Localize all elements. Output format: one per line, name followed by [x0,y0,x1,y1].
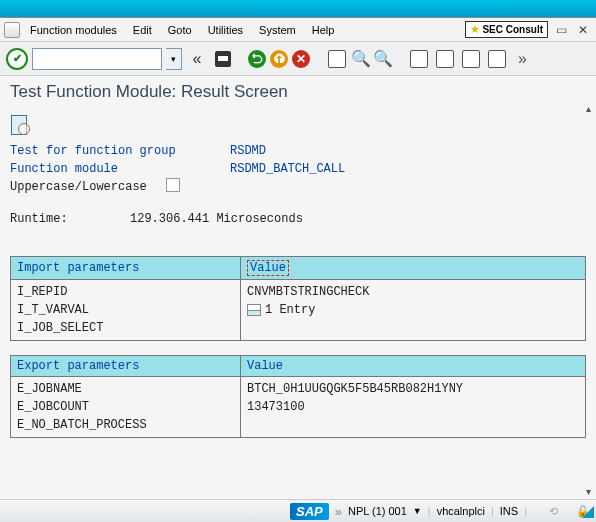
status-insert-mode: INS [500,505,518,517]
import-header-param: Import parameters [11,257,241,280]
status-refresh-icon[interactable]: ⟲ [549,505,558,518]
star-icon: ★ [470,23,480,36]
status-host: vhcalnplci [437,505,485,517]
last-page-icon[interactable] [486,48,508,70]
find-icon[interactable]: 🔍 [352,50,370,68]
back-button[interactable]: ⮌ [248,50,266,68]
menu-edit[interactable]: Edit [127,22,158,38]
menu-utilities[interactable]: Utilities [202,22,249,38]
label-test-for: Test for function group [10,142,230,160]
menu-system[interactable]: System [253,22,302,38]
close-icon[interactable]: ✕ [574,23,592,37]
menu-bar: Function modules Edit Goto Utilities Sys… [0,18,596,42]
vertical-scrollbar[interactable]: ▴ ▾ [580,100,596,499]
first-page-icon[interactable] [408,48,430,70]
value-function-module: RSDMD_BATCH_CALL [230,160,345,178]
prev-page-icon[interactable] [434,48,456,70]
table-row: E_JOBNAME E_JOBCOUNT E_NO_BATCH_PROCESS … [11,377,586,438]
label-function-module: Function module [10,160,230,178]
content-area: Test for function group RSDMD Function m… [0,136,596,499]
status-bar: SAP » NPL (1) 001▼ | vhcalnplci | INS | … [0,499,596,522]
uppercase-checkbox[interactable] [166,178,180,192]
save-icon[interactable] [212,48,234,70]
label-runtime: Runtime: [10,210,130,228]
status-client: NPL (1) 001 [348,505,407,517]
display-detail-icon[interactable] [10,114,30,134]
menu-session-icon[interactable] [4,22,20,38]
label-uppercase-lowercase: Uppercase/Lowercase [10,178,230,196]
command-field[interactable] [32,48,162,70]
command-dropdown-icon[interactable]: ▾ [166,48,182,70]
minimize-icon[interactable]: ▭ [552,23,570,37]
next-page-icon[interactable] [460,48,482,70]
sap-logo: SAP [290,503,329,520]
value-test-for: RSDMD [230,142,266,160]
menu-function-modules[interactable]: Function modules [24,22,123,38]
exit-button[interactable]: ⮉ [270,50,288,68]
more-tools-icon[interactable]: » [518,50,527,68]
table-entry-icon[interactable] [247,304,261,316]
export-header-param: Export parameters [11,356,241,377]
scroll-down-icon[interactable]: ▾ [580,483,596,499]
export-header-value: Value [241,356,586,377]
status-expand-icon[interactable]: » [335,504,342,519]
value-runtime: 129.306.441 Microseconds [130,210,303,228]
sec-consult-watermark: ★SEC Consult [465,21,548,38]
menu-help[interactable]: Help [306,22,341,38]
back-icon[interactable] [186,48,208,70]
menu-goto[interactable]: Goto [162,22,198,38]
print-icon[interactable] [326,48,348,70]
import-header-value: Value [241,257,586,280]
page-title: Test Function Module: Result Screen [0,76,596,110]
sub-toolbar [0,110,596,136]
resize-grip-icon[interactable] [582,506,594,518]
scroll-up-icon[interactable]: ▴ [580,100,596,116]
export-parameters-table: Export parameters Value E_JOBNAME E_JOBC… [10,355,586,438]
cancel-button[interactable]: ✕ [292,50,310,68]
enter-button[interactable]: ✔ [6,48,28,70]
app-toolbar: ✔ ▾ ⮌ ⮉ ✕ 🔍 🔍 » [0,42,596,76]
table-row: I_REPID I_T_VARVAL I_JOB_SELECT CNVMBTST… [11,280,586,341]
import-parameters-table: Import parameters Value I_REPID I_T_VARV… [10,256,586,341]
window-titlebar [0,0,596,18]
find-next-icon[interactable]: 🔍 [374,50,392,68]
